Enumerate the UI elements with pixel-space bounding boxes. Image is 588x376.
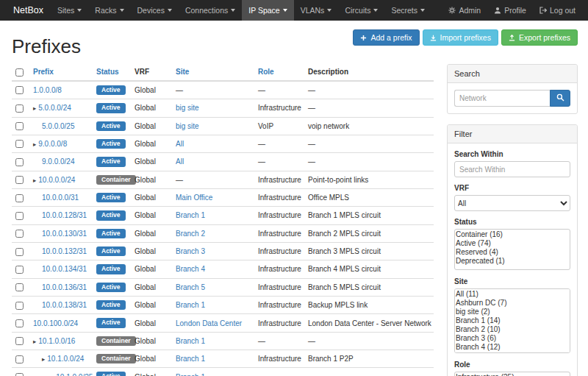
row-checkbox[interactable] (15, 194, 24, 202)
site-link[interactable]: All (176, 157, 184, 166)
role-cell: Infrastructure (254, 188, 304, 206)
table-header-row: PrefixStatusVRFSiteRoleDescription (12, 64, 434, 81)
site-link[interactable]: Branch 1 (176, 301, 205, 309)
table-row: ▸10.1.0.0/16 Container Global Branch 1 —… (12, 332, 434, 350)
prefix-link[interactable]: 10.0.0.134/31 (42, 265, 87, 273)
sort-link[interactable]: Role (258, 68, 274, 76)
role-multiselect[interactable]: Infrastructure (25)Management (8)Private… (454, 372, 570, 376)
add-prefix-button[interactable]: Add a prefix (353, 29, 419, 46)
role-cell: — (254, 368, 304, 376)
row-checkbox[interactable] (15, 302, 24, 310)
search-within-input[interactable] (454, 161, 570, 177)
prefix-link[interactable]: 10.1.0.0/25 (56, 373, 93, 376)
import-prefixes-button[interactable]: Import prefixes (423, 29, 498, 46)
sort-link[interactable]: Status (96, 68, 119, 76)
column-header-vrf: VRF (131, 64, 172, 81)
prefix-link[interactable]: 5.0.0.0/24 (38, 104, 71, 112)
role-cell: VoIP (254, 117, 304, 135)
prefix-link[interactable]: 10.0.0.0/31 (42, 194, 79, 202)
filter-panel-title: Filter (448, 125, 577, 143)
role-cell: Infrastructure (254, 278, 304, 296)
role-cell: Infrastructure (254, 296, 304, 313)
prefix-link[interactable]: 10.0.100.0/24 (33, 319, 78, 327)
prefix-link[interactable]: 1.0.0.0/8 (33, 86, 62, 94)
search-button[interactable] (550, 90, 570, 107)
site-cell: big site (172, 117, 254, 135)
status-badge: Active (96, 372, 126, 376)
status-multiselect[interactable]: Container (16)Active (74)Reserved (4)Dep… (454, 229, 570, 270)
site-link[interactable]: Branch 1 (176, 337, 205, 345)
prefix-link[interactable]: 10.0.0.128/31 (42, 211, 87, 219)
nav-item-circuits[interactable]: Circuits (338, 0, 384, 21)
site-link[interactable]: Branch 3 (176, 247, 205, 255)
row-checkbox[interactable] (15, 158, 24, 166)
expand-arrow-icon: ▸ (42, 355, 45, 363)
prefix-link[interactable]: 10.0.0.130/31 (42, 230, 87, 238)
nav-item-label: IP Space (248, 6, 279, 15)
vrf-select[interactable]: All (454, 195, 570, 211)
column-header-prefix[interactable]: Prefix (29, 64, 93, 81)
prefix-link[interactable]: 10.1.0.0/16 (38, 337, 75, 345)
site-link[interactable]: London Data Center (176, 319, 242, 327)
brand-logo[interactable]: NetBox (6, 0, 51, 21)
row-checkbox[interactable] (15, 140, 24, 148)
import-icon (430, 35, 437, 41)
site-link[interactable]: All (176, 140, 184, 148)
prefix-link[interactable]: 10.0.0.132/31 (42, 247, 87, 255)
chevron-down-icon (168, 9, 172, 12)
row-checkbox[interactable] (15, 212, 24, 220)
site-link[interactable]: Branch 4 (176, 265, 205, 273)
prefix-link[interactable]: 10.0.0.0/24 (38, 176, 75, 184)
row-checkbox[interactable] (15, 373, 24, 376)
row-checkbox[interactable] (15, 266, 24, 274)
site-link[interactable]: Branch 1 (176, 373, 205, 376)
prefix-link[interactable]: 9.0.0.0/8 (38, 140, 67, 148)
row-checkbox[interactable] (15, 86, 24, 94)
sort-link[interactable]: Prefix (33, 68, 54, 76)
site-multiselect[interactable]: All (11)Ashburn DC (7)big site (2)Branch… (454, 288, 570, 353)
nav-item-racks[interactable]: Racks (88, 0, 130, 21)
nav-item-connections[interactable]: Connections (179, 0, 242, 21)
row-checkbox[interactable] (15, 283, 24, 291)
table-row: ▸10.1.0.0/25 Active Global Branch 1 — — (12, 368, 434, 376)
site-link[interactable]: Branch 1 (176, 355, 205, 363)
site-link[interactable]: Branch 5 (176, 283, 205, 291)
prefix-link[interactable]: 10.1.0.0/24 (47, 355, 84, 363)
prefix-link[interactable]: 10.0.0.138/31 (42, 301, 87, 309)
row-checkbox[interactable] (15, 319, 24, 327)
export-prefixes-button[interactable]: Export prefixes (501, 29, 578, 46)
table-row: 10.0.0.134/31 Active Global Branch 4 Inf… (12, 260, 434, 278)
nav-item-devices[interactable]: Devices (131, 0, 179, 21)
nav-item-vlans[interactable]: VLANs (294, 0, 339, 21)
nav-item-admin[interactable]: Admin (442, 0, 487, 21)
prefix-link[interactable]: 10.0.0.136/31 (42, 283, 87, 291)
nav-item-ip-space[interactable]: IP Space (242, 0, 293, 21)
nav-item-logout[interactable]: Log out (533, 0, 582, 21)
prefix-link[interactable]: 9.0.0.0/24 (42, 157, 74, 166)
row-checkbox[interactable] (15, 122, 24, 130)
row-checkbox[interactable] (15, 248, 24, 256)
nav-item-label: Log out (550, 6, 576, 15)
column-header-role[interactable]: Role (254, 64, 304, 81)
prefix-cell: ▸9.0.0.0/8 (33, 140, 67, 148)
prefix-link[interactable]: 5.0.0.0/25 (42, 122, 74, 130)
site-link[interactable]: Branch 1 (176, 211, 205, 219)
nav-item-secrets[interactable]: Secrets (384, 0, 431, 21)
nav-item-profile[interactable]: Profile (487, 0, 533, 21)
column-header-status[interactable]: Status (93, 64, 131, 81)
search-input[interactable] (454, 90, 550, 107)
select-all-checkbox[interactable] (15, 68, 24, 77)
site-link[interactable]: Branch 2 (176, 230, 205, 238)
sidebar: Search Filter (447, 64, 578, 376)
row-checkbox[interactable] (15, 337, 24, 345)
site-link[interactable]: Main Office (176, 194, 212, 202)
site-link[interactable]: big site (176, 122, 199, 130)
row-checkbox[interactable] (15, 355, 24, 363)
site-link[interactable]: big site (176, 104, 199, 112)
sort-link[interactable]: Site (176, 68, 189, 76)
nav-item-sites[interactable]: Sites (51, 0, 88, 21)
column-header-site[interactable]: Site (172, 64, 254, 81)
row-checkbox[interactable] (15, 176, 24, 184)
row-checkbox[interactable] (15, 104, 24, 113)
row-checkbox[interactable] (15, 230, 24, 238)
